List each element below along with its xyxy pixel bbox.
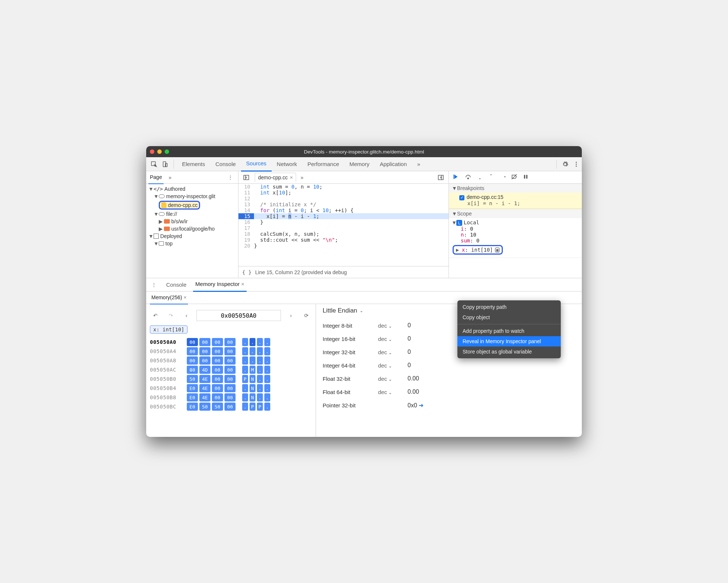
drawer-more-icon[interactable]: ⋮ — [148, 279, 159, 290]
scope-var[interactable]: sum: 0 — [453, 238, 578, 244]
memory-tab[interactable]: Memory(256) × — [150, 291, 188, 304]
context-menu-item[interactable]: Add property path to watch — [457, 326, 561, 336]
navigator-more-icon[interactable]: ⋮ — [225, 172, 236, 183]
memory-row[interactable]: 005050A000000000.... — [150, 338, 312, 346]
close-icon[interactable]: × — [241, 281, 244, 287]
window-title: DevTools - memory-inspector.glitch.me/de… — [146, 149, 582, 155]
format-select[interactable]: dec ⌄ — [378, 376, 392, 382]
code-line[interactable]: 12 — [238, 196, 449, 201]
code-line[interactable]: 16 } — [238, 219, 449, 225]
pause-icon[interactable] — [523, 174, 529, 181]
folder-icon — [164, 227, 170, 231]
context-menu-item[interactable]: Copy object — [457, 312, 561, 322]
more-vert-icon[interactable] — [571, 159, 582, 170]
file-tree: ▼</>Authored ▼memory-inspector.glit demo… — [146, 184, 238, 249]
tree-file-scheme[interactable]: ▼file:// — [148, 210, 236, 218]
tab-elements[interactable]: Elements — [177, 157, 210, 171]
step-icon[interactable] — [499, 173, 506, 181]
pretty-print-icon[interactable]: { } — [242, 269, 251, 275]
breakpoints-header[interactable]: ▼Breakpoints — [449, 184, 582, 193]
refresh-icon[interactable]: ⟳ — [301, 310, 312, 321]
scope-header[interactable]: ▼Scope — [449, 209, 582, 218]
checkbox-icon[interactable]: ✓ — [459, 195, 464, 200]
titlebar: DevTools - memory-inspector.glitch.me/de… — [146, 146, 582, 157]
tree-deployed[interactable]: ▼Deployed — [148, 232, 236, 240]
resume-icon[interactable] — [453, 173, 459, 181]
code-line[interactable]: 18 calcSum(x, n, sum); — [238, 231, 449, 237]
prev-address-icon[interactable]: ‹ — [181, 310, 192, 321]
undo-icon[interactable]: ↶ — [150, 310, 161, 321]
memory-row[interactable]: 005050A400000000.... — [150, 347, 312, 355]
navigator-tab-page[interactable]: Page — [148, 171, 164, 184]
context-menu-item[interactable]: Copy property path — [457, 302, 561, 312]
scope-local-row[interactable]: ▼LLocal — [453, 220, 578, 226]
format-select[interactable]: dec ⌄ — [378, 322, 392, 329]
tree-dir-a[interactable]: ▶b/s/w/ir — [148, 218, 236, 225]
tabs-overflow-button[interactable]: » — [412, 157, 425, 171]
format-select[interactable]: dec ⌄ — [378, 389, 392, 395]
settings-gear-icon[interactable] — [560, 159, 571, 170]
tree-site[interactable]: ▼memory-inspector.glit — [148, 193, 236, 200]
folder-icon — [164, 219, 170, 224]
editor-tabs-overflow[interactable]: » — [299, 171, 305, 184]
next-address-icon[interactable]: › — [285, 310, 296, 321]
toggle-navigator-icon[interactable] — [241, 172, 252, 183]
tab-console[interactable]: Console — [210, 157, 241, 171]
code-line[interactable]: 15 x[i] = n - i - 1; — [238, 213, 449, 219]
editor-file-tab[interactable]: demo-cpp.cc × — [255, 173, 296, 182]
code-line[interactable]: 11 int x[10]; — [238, 190, 449, 196]
step-out-icon[interactable] — [488, 173, 494, 181]
memory-row[interactable]: 005050B0504E0000PN.. — [150, 375, 312, 383]
tab-memory[interactable]: Memory — [344, 157, 375, 171]
code-line[interactable]: 19 std::cout << sum << "\n"; — [238, 237, 449, 243]
close-tab-icon[interactable]: × — [290, 175, 293, 180]
address-input[interactable] — [196, 310, 281, 321]
memory-row[interactable]: 005050B8E04E0000.N.. — [150, 393, 312, 401]
code-line[interactable]: 10 int sum = 0, n = 10; — [238, 184, 449, 190]
tree-dir-b[interactable]: ▶usr/local/google/ho — [148, 225, 236, 232]
memory-row[interactable]: 005050AC804D0000.M.. — [150, 366, 312, 374]
format-select[interactable]: dec ⌄ — [378, 362, 392, 369]
code-editor[interactable]: 10 int sum = 0, n = 10;11 int x[10];1213… — [238, 184, 449, 266]
inspect-element-icon[interactable] — [148, 159, 159, 170]
deactivate-bp-icon[interactable] — [511, 173, 518, 181]
tree-top[interactable]: ▼top — [148, 240, 236, 247]
code-line[interactable]: 14 for (int i = 0; i < 10; ++i) { — [238, 207, 449, 213]
code-line[interactable]: 13 /* initialize x */ — [238, 201, 449, 207]
context-menu-item[interactable]: Reveal in Memory Inspector panel — [457, 336, 561, 346]
format-select[interactable]: dec ⌄ — [378, 349, 392, 355]
svg-point-12 — [480, 178, 481, 179]
memory-row[interactable]: 005050B4E04E0000.N.. — [150, 384, 312, 392]
object-chip[interactable]: x: int[10] — [150, 325, 188, 334]
jump-to-address-icon[interactable]: ➜ — [419, 402, 423, 408]
tab-performance[interactable]: Performance — [302, 157, 344, 171]
breakpoint-row[interactable]: ✓demo-cpp.cc:15 x[i] = n - i - 1; — [449, 193, 582, 209]
memory-row[interactable]: 005050BCE0505000.PP. — [150, 403, 312, 411]
drawer-tab-console[interactable]: Console — [164, 278, 189, 292]
redo-icon: ↷ — [165, 310, 176, 321]
step-into-icon[interactable] — [477, 173, 483, 181]
step-over-icon[interactable] — [464, 173, 472, 181]
drawer-tab-memory-inspector[interactable]: Memory Inspector × — [193, 277, 247, 292]
scope-var-x[interactable]: ▶ x: int[10] ▦ — [453, 245, 503, 255]
tab-application[interactable]: Application — [375, 157, 412, 171]
type-row: Float 32-bitdec ⌄0.00 — [323, 372, 575, 385]
tree-authored[interactable]: ▼</>Authored — [148, 185, 236, 193]
tab-sources[interactable]: Sources — [241, 156, 272, 172]
scope-var[interactable]: i: 0 — [453, 226, 578, 232]
tab-network[interactable]: Network — [272, 157, 302, 171]
close-icon[interactable]: × — [183, 294, 186, 300]
format-select[interactable]: dec ⌄ — [378, 336, 392, 342]
tree-selected-file[interactable]: demo-cpp.cc — [148, 200, 236, 210]
svg-rect-16 — [524, 175, 525, 179]
editor-pane: demo-cpp.cc × » 10 int sum = 0, n = 10;1… — [238, 171, 449, 278]
memory-row[interactable]: 005050A800000000.... — [150, 356, 312, 365]
device-toolbar-icon[interactable] — [159, 159, 171, 170]
toggle-debugger-icon[interactable] — [435, 172, 446, 183]
scope-var[interactable]: n: 10 — [453, 232, 578, 238]
code-line[interactable]: 17 — [238, 225, 449, 231]
context-menu-item[interactable]: Store object as global variable — [457, 346, 561, 357]
navigator-tab-overflow[interactable]: » — [167, 171, 173, 184]
memory-icon[interactable]: ▦ — [495, 248, 499, 252]
code-line[interactable]: 20} — [238, 243, 449, 249]
